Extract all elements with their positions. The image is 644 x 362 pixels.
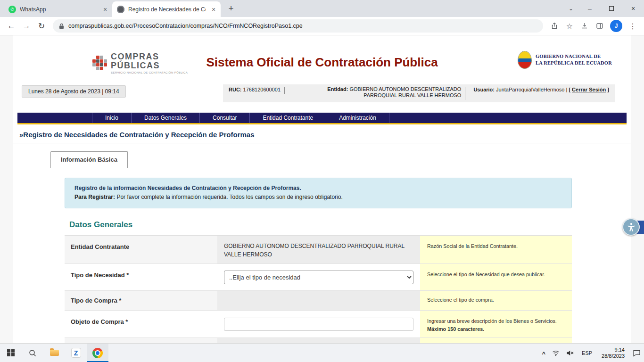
field-label: Objeto de Compra * (65, 311, 217, 337)
date-time-box: Lunes 28 de Agosto de 2023 | 09:14 (22, 85, 126, 98)
ecuador-coat-of-arms-icon (518, 51, 531, 68)
logout-link[interactable]: Cerrar Sesión (572, 87, 606, 92)
field-help: Seleccione el tipo de compra. (420, 291, 572, 310)
field-help: Ingresar una breve descripción de los Bi… (420, 311, 572, 337)
browser-address-bar: ← → ↻ compraspublicas.gob.ec/ProcesoCont… (0, 17, 644, 35)
gov-text-line1: GOBIERNO NACIONAL DE (536, 53, 612, 60)
search-icon (28, 349, 37, 357)
desktop-screen: ✆ WhatsApp × Registro de Necesidades de … (0, 0, 644, 362)
chrome-icon (92, 348, 103, 358)
z-app-icon: Z (71, 348, 81, 358)
maximize-icon (609, 6, 614, 11)
start-button[interactable] (0, 344, 22, 362)
page-title: Sistema Oficial de Contratación Pública (206, 55, 438, 70)
clock-time: 9:14 (615, 347, 625, 353)
session-info-row: Lunes 28 de Agosto de 2023 | 09:14 RUC: … (13, 84, 631, 108)
download-icon[interactable] (578, 19, 591, 33)
logo-text-line2: PÚBLICAS (111, 61, 188, 70)
minimize-button[interactable]: – (579, 0, 601, 17)
taskbar-clock[interactable]: 9:14 28/8/2023 (597, 344, 629, 362)
logo-text-line1: COMPRAS (111, 52, 188, 61)
tab-informacion-basica[interactable]: Información Básica (50, 151, 128, 168)
taskbar-z-app-button[interactable]: Z (65, 344, 87, 362)
logo-tagline: SERVICIO NACIONAL DE CONTRATACIÓN PÚBLIC… (111, 71, 188, 74)
maximize-button[interactable] (601, 0, 622, 17)
folder-icon (50, 350, 59, 356)
divider (465, 87, 465, 100)
accessibility-button[interactable] (622, 218, 640, 236)
clock-date: 28/8/2023 (602, 353, 625, 359)
form-row-objeto-compra: Objeto de Compra * Ingresar una breve de… (65, 311, 572, 337)
window-controls: ⌄ – × (563, 0, 644, 17)
bookmark-star-icon[interactable]: ☆ (563, 19, 576, 33)
registration-form: Entidad Contratante GOBIERNO AUTONOMO DE… (65, 236, 572, 343)
gov-text-line2: LA REPÚBLICA DEL ECUADOR (536, 60, 612, 66)
tab-label: WhatsApp (20, 6, 97, 13)
main-menu: Inicio Datos Generales Consultar Entidad… (17, 113, 627, 124)
hidden-icons-chevron[interactable]: ^ (538, 344, 549, 362)
site-favicon (117, 6, 124, 13)
tab-strip: Información Básica (50, 151, 631, 168)
menu-item-inicio[interactable]: Inicio (92, 113, 131, 123)
menu-item-administracion[interactable]: Administración (326, 113, 389, 123)
field-label: Código Necesidad de Contratación (65, 338, 217, 343)
new-tab-button[interactable]: + (224, 2, 238, 15)
tipo-compra-empty-cell (217, 291, 420, 310)
language-indicator[interactable]: ESP (577, 344, 597, 362)
browser-tab-whatsapp[interactable]: ✆ WhatsApp × (4, 1, 112, 17)
entidad-field: Entidad: GOBIERNO AUTONOMO DESCENTRALIZA… (289, 86, 461, 100)
network-icon[interactable] (549, 344, 563, 362)
divider (284, 87, 285, 94)
browser-tab-bar: ✆ WhatsApp × Registro de Necesidades de … (0, 0, 644, 17)
info-line1: Registro de la información Necesidades d… (74, 184, 562, 193)
entidad-contratante-value: GOBIERNO AUTONOMO DESCENTRALIZADO PARROQ… (224, 242, 413, 259)
gobierno-logo: GOBIERNO NACIONAL DE LA REPÚBLICA DEL EC… (518, 51, 612, 68)
url-text[interactable]: compraspublicas.gob.ec/ProcesoContrataci… (68, 23, 303, 29)
tab-close-icon[interactable]: × (101, 5, 109, 14)
tab-label: Registro de Necesidades de Cont (128, 6, 206, 13)
menu-item-entidad-contratante[interactable]: Entidad Contratante (249, 113, 326, 123)
menu-item-datos-generales[interactable]: Datos Generales (131, 113, 199, 123)
form-row-tipo-necesidad: Tipo de Necesidad * ..Elija el tipo de n… (65, 264, 572, 291)
share-icon[interactable] (548, 19, 561, 33)
browser-tab-registro[interactable]: Registro de Necesidades de Cont × (112, 1, 221, 17)
field-label: Tipo de Necesidad * (65, 264, 217, 290)
field-label: Tipo de Compra * (65, 291, 217, 310)
taskbar-file-explorer-button[interactable] (43, 344, 65, 362)
info-message-box: Registro de la información Necesidades d… (65, 178, 572, 208)
browser-menu-icon[interactable]: ⋮ (626, 19, 639, 33)
whatsapp-icon: ✆ (8, 6, 16, 13)
close-window-button[interactable]: × (622, 0, 644, 17)
windows-logo-icon (7, 349, 15, 357)
taskbar-chrome-button[interactable] (87, 344, 108, 362)
tab-search-chevron-icon[interactable]: ⌄ (563, 0, 579, 17)
usuario-field: Usuario: JuntaParroquialValleHermoso | [… (473, 86, 609, 100)
lock-icon[interactable] (59, 23, 64, 29)
taskbar-search-button[interactable] (22, 344, 43, 362)
menu-item-consultar[interactable]: Consultar (199, 113, 249, 123)
compras-publicas-logo: COMPRAS PÚBLICAS SERVICIO NACIONAL DE CO… (92, 52, 188, 74)
objeto-compra-input[interactable] (224, 318, 413, 331)
web-page: COMPRAS PÚBLICAS SERVICIO NACIONAL DE CO… (0, 35, 644, 343)
action-center-icon[interactable] (629, 344, 644, 362)
tab-close-icon[interactable]: × (209, 5, 218, 14)
volume-muted-icon[interactable] (563, 344, 577, 362)
forward-button[interactable]: → (20, 19, 33, 33)
breadcrumb: »Registro de Necesidades de Contratación… (13, 128, 631, 143)
form-row-codigo-necesidad: Código Necesidad de Contratación El códi… (65, 338, 572, 343)
url-bar[interactable]: compraspublicas.gob.ec/ProcesoContrataci… (53, 19, 543, 33)
reload-button[interactable]: ↻ (35, 19, 48, 33)
field-help: El código de Necesidad de Contratación s… (420, 338, 572, 343)
side-panel-icon[interactable] (593, 19, 606, 33)
back-button[interactable]: ← (5, 19, 18, 33)
logo-pixel-art-icon (92, 56, 107, 70)
form-row-entidad-contratante: Entidad Contratante GOBIERNO AUTONOMO DE… (65, 236, 572, 264)
field-label: Entidad Contratante (65, 236, 217, 263)
section-title: Datos Generales (69, 220, 631, 230)
session-box: RUC: 1768120600001 Entidad: GOBIERNO AUT… (223, 84, 615, 102)
tipo-necesidad-select[interactable]: ..Elija el tipo de necesidad (224, 271, 413, 284)
page-content: COMPRAS PÚBLICAS SERVICIO NACIONAL DE CO… (13, 35, 631, 343)
site-header: COMPRAS PÚBLICAS SERVICIO NACIONAL DE CO… (13, 35, 631, 82)
profile-avatar[interactable]: J (610, 20, 622, 32)
windows-taskbar: Z ^ ESP 9:14 28/8/2023 (0, 343, 644, 362)
